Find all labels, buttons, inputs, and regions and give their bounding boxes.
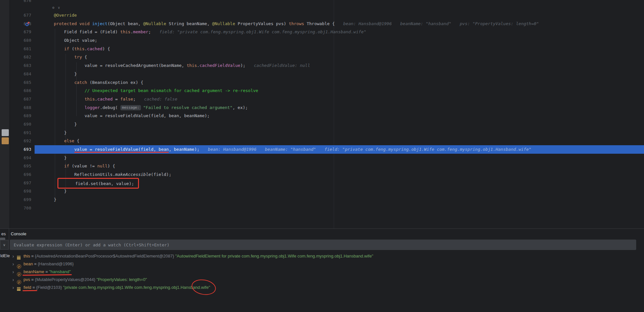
code-line[interactable]: 676 [0,0,644,4]
line-number: 687 [0,95,31,103]
parameter-name-hint: message: [120,105,141,110]
code-line[interactable]: 684} [0,70,644,78]
line-number: 683 [0,61,31,70]
code-line[interactable]: 682try { [0,53,644,61]
inline-debugger-hint: pvs: "PropertyValues: length=0" [460,21,539,26]
code-text: } [35,129,67,137]
evaluate-expression-input[interactable] [10,240,636,250]
ide-debug-window: 676⚙ ∨677@Override678protected void inje… [0,0,644,312]
panel-divider [9,229,9,250]
code-text: try { [35,53,87,61]
code-line[interactable]: 680Object value; [0,36,644,45]
code-line[interactable]: 679Field field = (Field) this.member;fie… [0,28,644,36]
line-number: 686 [0,86,31,95]
code-line[interactable]: 689value = resolveFieldValue(field, bean… [0,112,644,120]
red-underline-annotation: value = resolveFieldValue(field, bean [74,147,169,153]
code-text: } [35,70,77,78]
code-editor[interactable]: 676⚙ ∨677@Override678protected void inje… [0,0,644,228]
inline-debugger-hint: bean: Hansband@1996 [208,147,256,152]
code-line[interactable]: 686// Unexpected target bean mismatch fo… [0,86,644,95]
code-line[interactable]: 690} [0,120,644,129]
line-number: 682 [0,53,31,61]
code-text: Object value; [35,36,97,45]
variable-row[interactable]: ›ppvs = {MutablePropertyValues@2044} "Pr… [0,276,644,284]
line-number: 691 [0,129,31,137]
line-number: 698 [0,187,31,195]
field-icon [17,286,21,293]
variables-tree[interactable]: ›this = {AutowiredAnnotationBeanPostProc… [0,252,644,291]
line-number: 685 [0,78,31,87]
code-text: value = resolveCachedArgument(beanName, … [35,61,310,70]
method-breakpoint-icon[interactable] [25,21,30,26]
line-number: 693 [0,145,31,154]
code-text: // Unexpected target bean mismatch for c… [35,86,258,95]
line-number: 697 [0,179,31,187]
related-symbols-inlay-icon[interactable]: ⚙ ∨ [52,6,61,10]
code-line[interactable]: 677@Override [0,11,644,20]
code-line[interactable]: 691} [0,129,644,137]
code-line[interactable]: 699} [0,195,644,204]
code-line[interactable]: 692else { [0,137,644,145]
code-line[interactable]: 688logger.debug( message:"Failed to reso… [0,103,644,112]
code-line[interactable]: 695if (value != null) { [0,162,644,170]
line-number: 692 [0,137,31,145]
code-text: else { [35,137,79,145]
code-line[interactable]: 681if (this.cached) { [0,45,644,53]
tab-threads-variables-cut[interactable]: es [1,231,6,236]
code-line[interactable]: 700 [0,204,644,212]
red-circle-annotation: .wife" [200,284,210,291]
code-text: } [35,187,67,195]
code-line[interactable]: 683value = resolveCachedArgument(beanNam… [0,61,644,70]
line-number: 700 [0,204,31,212]
code-area[interactable]: 676⚙ ∨677@Override678protected void inje… [0,0,644,212]
variable-row[interactable]: ›pbeanName = "hansband" [0,268,644,276]
line-number: 680 [0,36,31,45]
code-text: logger.debug( message:"Failed to resolve… [35,103,248,112]
code-text: if (value != null) { [35,162,115,170]
line-number: 690 [0,120,31,129]
line-number: 694 [0,154,31,162]
evaluate-history-chevron-icon[interactable]: ∨ [0,240,8,250]
expand-chevron-icon[interactable]: › [12,276,14,284]
red-underline-annotation: beanName = "hansband" [23,269,71,274]
line-number: 677 [0,11,31,20]
code-text: } [35,154,67,162]
code-text: value = resolveFieldValue(field, bean, b… [35,112,210,120]
inline-debugger-hint: beanName: "hansband" [400,21,452,26]
code-text: protected void inject(Object bean, @Null… [35,20,539,28]
red-underline-annotation: field = [23,285,36,290]
variable-text: this = {AutowiredAnnotationBeanPostProce… [23,254,373,258]
inline-debugger-hint: cached: false [144,97,177,101]
code-line[interactable]: 685catch (BeansException ex) { [0,78,644,87]
line-number: 695 [0,162,31,170]
variable-text: pvs = {MutablePropertyValues@2044} "Prop… [23,277,147,282]
expand-chevron-icon[interactable]: › [12,260,14,268]
inline-debugger-hint: bean: Hansband@1996 [343,21,392,26]
expand-chevron-icon[interactable]: › [12,284,14,291]
tab-console[interactable]: Console [11,231,26,236]
line-number: 689 [0,112,31,120]
execution-line[interactable]: 693value = resolveFieldValue(field, bean… [0,145,644,154]
line-number: 681 [0,45,31,53]
variable-text: beanName = "hansband" [23,269,71,274]
expand-chevron-icon[interactable]: › [12,268,14,276]
code-text: @Override [35,11,77,20]
code-line[interactable]: 678protected void inject(Object bean, @N… [0,20,644,28]
code-line[interactable]: 687this.cached = false;cached: false [0,95,644,103]
line-number: 679 [0,28,31,36]
code-text: } [35,120,77,129]
code-text: } [35,195,56,204]
expand-chevron-icon[interactable]: › [12,252,14,260]
code-line[interactable]: 698} [0,187,644,195]
code-line[interactable]: ⚙ ∨ [0,4,644,11]
code-text: catch (BeansException ex) { [35,78,143,87]
code-text: ReflectionUtils.makeAccessible(field); [35,170,171,179]
code-line[interactable]: 696ReflectionUtils.makeAccessible(field)… [0,170,644,179]
inline-debugger-hint: cachedFieldValue: null [254,63,310,68]
line-number: 699 [0,195,31,204]
variable-row[interactable]: ›field = {Field@2103} "private com.feng.… [0,284,644,291]
variable-row[interactable]: ›this = {AutowiredAnnotationBeanPostProc… [0,252,644,260]
code-line[interactable]: 697field.set(bean, value); [0,179,644,187]
code-line[interactable]: 694} [0,154,644,162]
variable-row[interactable]: ›pbean = {Hansband@1996} [0,260,644,268]
